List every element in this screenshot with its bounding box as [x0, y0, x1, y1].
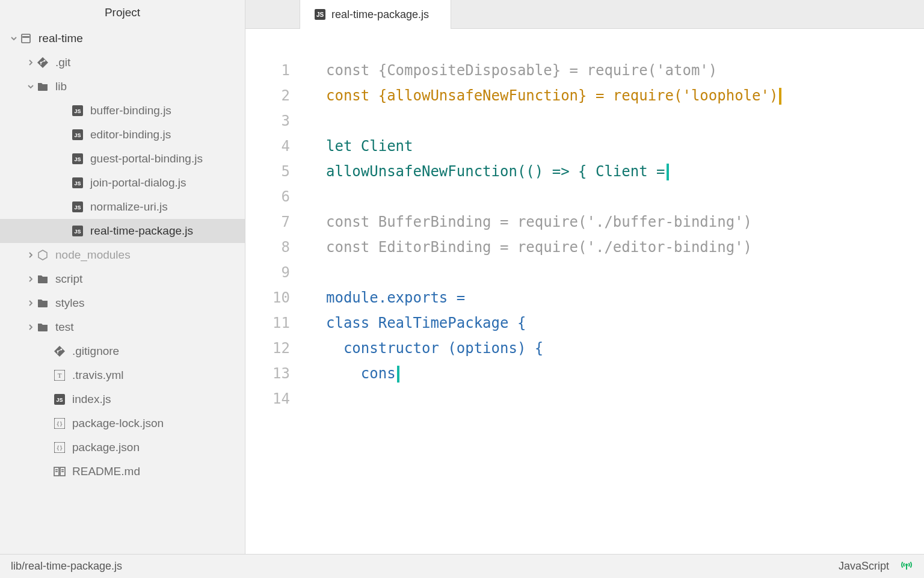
code-line[interactable]: constructor (options) {: [326, 336, 924, 361]
code-line[interactable]: [326, 184, 924, 209]
tree-item-label: .gitignore: [72, 345, 119, 358]
tree-item-test[interactable]: test: [0, 315, 245, 339]
code-area[interactable]: 1234567891011121314 const {CompositeDisp…: [245, 29, 924, 554]
svg-text:JS: JS: [74, 132, 81, 138]
code-line[interactable]: const EditorBinding = require('./editor-…: [326, 235, 924, 260]
code-line[interactable]: let Client: [326, 134, 924, 159]
chevron-icon[interactable]: [25, 251, 36, 259]
tree-item-label: editor-binding.js: [90, 128, 171, 141]
tree-item-label: .git: [55, 56, 70, 69]
tree-item--git[interactable]: .git: [0, 51, 245, 75]
js-icon: JS: [71, 201, 84, 212]
code-line[interactable]: const {CompositeDisposable} = require('a…: [326, 58, 924, 83]
code-line[interactable]: const {allowUnsafeNewFunction} = require…: [326, 83, 924, 108]
tree-item-node-modules[interactable]: node_modules: [0, 243, 245, 267]
code-line[interactable]: [326, 386, 924, 411]
line-number: 12: [245, 336, 290, 361]
project-sidebar: Project real-time.gitlibJSbuffer-binding…: [0, 0, 245, 554]
yml-icon: T: [53, 370, 66, 381]
code-line[interactable]: [326, 108, 924, 134]
js-icon: JS: [71, 226, 84, 236]
tree-item-guest-portal-binding-js[interactable]: JSguest-portal-binding.js: [0, 147, 245, 171]
line-number: 11: [245, 310, 290, 336]
code-line[interactable]: module.exports =: [326, 285, 924, 310]
tree-item-label: real-time: [38, 32, 83, 45]
svg-text:{}: {}: [57, 421, 63, 427]
json-icon: {}: [53, 418, 66, 429]
tab-label: real-time-package.js: [331, 8, 429, 21]
tree-item-script[interactable]: script: [0, 267, 245, 291]
tree-item-label: script: [55, 272, 82, 286]
tree-item-label: package.json: [72, 441, 140, 454]
svg-text:JS: JS: [74, 229, 81, 235]
svg-text:JS: JS: [74, 108, 81, 114]
folder-icon: [36, 322, 49, 333]
tree-item--gitignore[interactable]: .gitignore: [0, 339, 245, 363]
broadcast-icon[interactable]: [900, 558, 913, 574]
chevron-icon[interactable]: [8, 35, 19, 42]
tree-item-label: package-lock.json: [72, 417, 164, 430]
file-tree: real-time.gitlibJSbuffer-binding.jsJSedi…: [0, 26, 245, 554]
tree-item-label: test: [55, 321, 74, 334]
chevron-icon[interactable]: [25, 300, 36, 307]
line-number: 5: [245, 159, 290, 184]
svg-text:JS: JS: [316, 11, 324, 18]
tree-item-real-time[interactable]: real-time: [0, 26, 245, 51]
svg-text:JS: JS: [74, 180, 81, 186]
tree-item--travis-yml[interactable]: T.travis.yml: [0, 363, 245, 387]
tree-item-editor-binding-js[interactable]: JSeditor-binding.js: [0, 123, 245, 147]
js-icon: JS: [53, 394, 66, 405]
code-line[interactable]: allowUnsafeNewFunction(() => { Client =: [326, 159, 924, 184]
tree-item-label: node_modules: [55, 248, 131, 262]
status-bar: lib/real-time-package.js JavaScript: [0, 554, 924, 578]
code-line[interactable]: class RealTimePackage {: [326, 310, 924, 336]
tree-item-lib[interactable]: lib: [0, 75, 245, 99]
remote-cursor: [397, 366, 399, 383]
tree-item-index-js[interactable]: JSindex.js: [0, 387, 245, 411]
svg-text:JS: JS: [56, 397, 63, 403]
line-number: 7: [245, 209, 290, 235]
project-icon: [19, 32, 32, 45]
line-number: 4: [245, 134, 290, 159]
tree-item-package-lock-json[interactable]: {}package-lock.json: [0, 411, 245, 435]
tree-item-label: lib: [55, 80, 67, 93]
tree-item-normalize-uri-js[interactable]: JSnormalize-uri.js: [0, 195, 245, 219]
code-content[interactable]: const {CompositeDisposable} = require('a…: [304, 58, 924, 554]
code-line[interactable]: const BufferBinding = require('./buffer-…: [326, 209, 924, 235]
svg-text:T: T: [58, 372, 62, 379]
remote-cursor: [779, 88, 781, 105]
tree-item-styles[interactable]: styles: [0, 291, 245, 315]
tree-item-readme-md[interactable]: README.md: [0, 460, 245, 484]
tree-item-label: join-portal-dialog.js: [90, 176, 186, 189]
tree-item-label: guest-portal-binding.js: [90, 152, 203, 165]
tree-item-label: buffer-binding.js: [90, 104, 171, 117]
tree-item-label: styles: [55, 297, 85, 310]
svg-text:{}: {}: [57, 445, 63, 451]
tree-item-package-json[interactable]: {}package.json: [0, 435, 245, 460]
tree-item-label: normalize-uri.js: [90, 200, 168, 214]
chevron-icon[interactable]: [25, 83, 36, 90]
folder-icon: [36, 298, 49, 309]
gitignore-icon: [53, 345, 66, 357]
svg-text:JS: JS: [74, 156, 81, 162]
tree-item-join-portal-dialog-js[interactable]: JSjoin-portal-dialog.js: [0, 171, 245, 195]
tree-item-real-time-package-js[interactable]: JSreal-time-package.js: [0, 219, 245, 243]
svg-rect-0: [22, 34, 30, 43]
tree-item-label: .travis.yml: [72, 369, 124, 382]
chevron-icon[interactable]: [25, 59, 36, 66]
js-icon: JS: [71, 105, 84, 116]
folder-icon: [36, 81, 49, 92]
status-language[interactable]: JavaScript: [839, 560, 889, 573]
tree-item-buffer-binding-js[interactable]: JSbuffer-binding.js: [0, 99, 245, 123]
line-number: 6: [245, 184, 290, 209]
line-number: 9: [245, 260, 290, 285]
editor-pane: JS real-time-package.js 1234567891011121…: [245, 0, 924, 554]
code-line[interactable]: [326, 260, 924, 285]
tree-item-label: real-time-package.js: [90, 224, 193, 238]
tab-active[interactable]: JS real-time-package.js: [300, 0, 451, 29]
chevron-icon[interactable]: [25, 324, 36, 331]
md-icon: [53, 467, 66, 476]
tree-item-label: README.md: [72, 465, 140, 478]
chevron-icon[interactable]: [25, 275, 36, 283]
code-line[interactable]: cons: [326, 361, 924, 386]
